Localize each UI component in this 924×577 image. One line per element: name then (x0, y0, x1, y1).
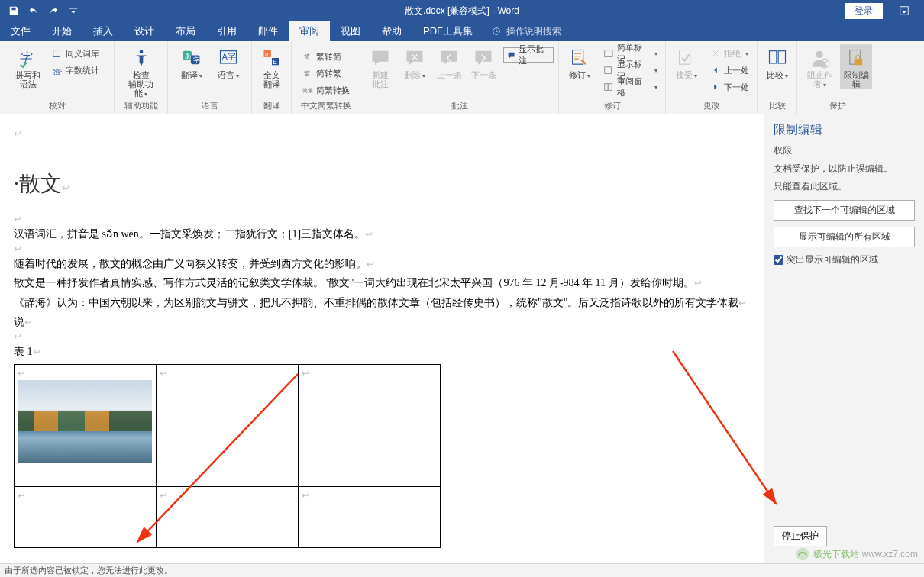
tab-help[interactable]: 帮助 (371, 21, 412, 41)
doc-heading: ·散文↩ (14, 169, 756, 198)
accept-button: 接受▾ (670, 44, 703, 80)
highlight-regions-checkbox[interactable]: 突出显示可编辑的区域 (774, 253, 915, 266)
table-cell[interactable]: ↩ (15, 487, 157, 548)
pane-section-label: 权限 (774, 144, 915, 157)
prev-change-button[interactable]: 上一处 (707, 63, 752, 78)
translate-button[interactable]: あ字 翻译▾ (176, 44, 208, 80)
conv-button[interactable]: 简繁简繁转换 (299, 82, 353, 98)
spelling-button[interactable]: 字 拼写和语法 (12, 44, 44, 89)
pane-text: 只能查看此区域。 (774, 179, 915, 194)
table-cell[interactable]: ↩ (299, 365, 441, 487)
group-protect: 阻止作者▾ 限制编辑 保护 (797, 41, 878, 114)
restrict-editing-button[interactable]: 限制编辑 (840, 44, 872, 89)
reject-button: 拒绝▾ (707, 46, 752, 61)
svg-rect-3 (53, 50, 60, 57)
status-message: 由于所选内容已被锁定，您无法进行此更改。 (5, 565, 173, 576)
tab-layout[interactable]: 布局 (165, 21, 206, 41)
table-cell[interactable]: ↩ (299, 487, 441, 548)
tc-button[interactable]: 繁简转繁 (299, 66, 353, 81)
next-change-button[interactable]: 下一处 (707, 79, 752, 95)
find-next-region-button[interactable]: 查找下一个可编辑的区域 (774, 200, 915, 221)
group-language: あ字 翻译▾ A字 语言▾ 语言 (168, 41, 252, 114)
group-compare: 比较▾ 比较 (758, 41, 797, 114)
table-cell[interactable]: ↩ (157, 365, 299, 487)
doc-paragraph: 散文是一种抒发作者真情实感、写作方式灵活的记叙类文学体裁。"散文"一词大约出现在… (14, 273, 756, 292)
prev-comment-icon (438, 47, 460, 69)
tab-view[interactable]: 视图 (330, 21, 371, 41)
tab-design[interactable]: 设计 (124, 21, 165, 41)
svg-text:字: 字 (19, 50, 33, 64)
full-translate-button[interactable]: aE 全文翻译 (256, 44, 288, 89)
pane-title: 限制编辑 (774, 122, 915, 138)
watermark: 极光下载站 www.xz7.com (795, 546, 918, 562)
qat-customize-icon[interactable] (64, 2, 82, 20)
quick-access-toolbar (0, 2, 82, 20)
svg-point-28 (816, 51, 822, 58)
undo-icon[interactable] (24, 2, 43, 20)
ribbon-options-icon[interactable] (889, 2, 919, 20)
svg-text:繁: 繁 (303, 70, 309, 77)
svg-text:简繁: 简繁 (302, 88, 313, 94)
spelling-icon: 字 (18, 47, 39, 69)
full-translate-icon: aE (261, 47, 283, 69)
svg-text:简: 简 (303, 53, 309, 60)
accessibility-icon (131, 47, 152, 69)
new-comment-button: 新建批注 (365, 44, 395, 89)
ribbon: 字 拼写和语法 同义词库 ABC123字数统计 校对 检查辅助功能▾ 辅助功能 … (0, 41, 924, 114)
sc-button[interactable]: 简繁转简 (299, 49, 353, 64)
svg-point-6 (139, 50, 143, 54)
language-button[interactable]: A字 语言▾ (212, 44, 244, 80)
document-area: ↩ ·散文↩ ↩ 汉语词汇，拼音是 sǎn wén。一指文采焕发；二指犹行文；[… (0, 114, 924, 563)
thesaurus-button[interactable]: 同义词库 (49, 46, 102, 61)
compare-button[interactable]: 比较▾ (761, 44, 793, 80)
track-changes-button[interactable]: 修订▾ (564, 44, 596, 80)
group-changes: 接受▾ 拒绝▾ 上一处 下一处 更改 (666, 41, 758, 114)
new-comment-icon (370, 47, 391, 69)
tab-file[interactable]: 文件 (0, 21, 41, 41)
document-page[interactable]: ↩ ·散文↩ ↩ 汉语词汇，拼音是 sǎn wén。一指文采焕发；二指犹行文；[… (0, 114, 764, 563)
tell-me-search[interactable]: 操作说明搜索 (483, 21, 561, 41)
landscape-image (18, 380, 152, 463)
login-button[interactable]: 登录 (845, 3, 883, 19)
tab-references[interactable]: 引用 (206, 21, 247, 41)
table-cell[interactable]: ↩ (15, 365, 157, 487)
doc-table: ↩ ↩ ↩ ↩ ↩ ↩ (14, 364, 441, 548)
tab-mailings[interactable]: 邮件 (247, 21, 289, 41)
svg-text:あ: あ (184, 52, 191, 60)
stop-protection-button[interactable]: 停止保护 (774, 526, 827, 546)
compare-icon (767, 47, 788, 69)
tell-me-label: 操作说明搜索 (506, 25, 561, 38)
group-comments: 新建批注 删除▾ 上一条 下一条 显示批注 批注 (360, 41, 559, 114)
show-all-regions-button[interactable]: 显示可编辑的所有区域 (774, 227, 915, 247)
svg-rect-0 (900, 7, 909, 15)
redo-icon[interactable] (44, 2, 63, 20)
accessibility-button[interactable]: 检查辅助功能▾ (125, 44, 157, 98)
doc-paragraph: 《辞海》认为：中国六朝以来，为区别韵文与骈文，把凡不押韵、不重排偶的散体文章（包… (14, 293, 756, 312)
block-authors-icon (809, 47, 830, 69)
svg-rect-25 (680, 50, 690, 65)
svg-text:a: a (264, 51, 268, 58)
tab-pdftools[interactable]: PDF工具集 (412, 21, 483, 41)
svg-point-34 (796, 548, 809, 561)
svg-rect-22 (604, 67, 611, 74)
block-authors-button: 阻止作者▾ (803, 44, 835, 89)
doc-paragraph: 汉语词汇，拼音是 sǎn wén。一指文采焕发；二指犹行文；[1]三指文体名。↩ (14, 224, 756, 243)
tab-insert[interactable]: 插入 (82, 21, 124, 41)
show-comments-toggle[interactable]: 显示批注 (503, 47, 554, 63)
svg-rect-31 (855, 59, 863, 65)
svg-rect-23 (604, 84, 607, 91)
svg-text:字: 字 (193, 56, 200, 64)
table-caption: 表 1↩ (14, 342, 756, 361)
tab-home[interactable]: 开始 (41, 21, 82, 41)
svg-text:E: E (273, 59, 277, 66)
paragraph-mark: ↩ (14, 243, 756, 254)
review-pane-dropdown[interactable]: 审阅窗格▾ (600, 79, 661, 95)
track-changes-icon (569, 47, 590, 69)
save-icon[interactable] (5, 2, 23, 20)
tab-review[interactable]: 审阅 (289, 21, 330, 41)
table-cell[interactable]: ↩ (157, 487, 299, 548)
wordcount-button[interactable]: ABC123字数统计 (49, 63, 102, 78)
highlight-checkbox-input[interactable] (774, 255, 783, 265)
group-tracking: 修订▾ 简单标记▾ 显示标记▾ 审阅窗格▾ 修订 (559, 41, 666, 114)
restrict-editing-icon (845, 47, 867, 69)
